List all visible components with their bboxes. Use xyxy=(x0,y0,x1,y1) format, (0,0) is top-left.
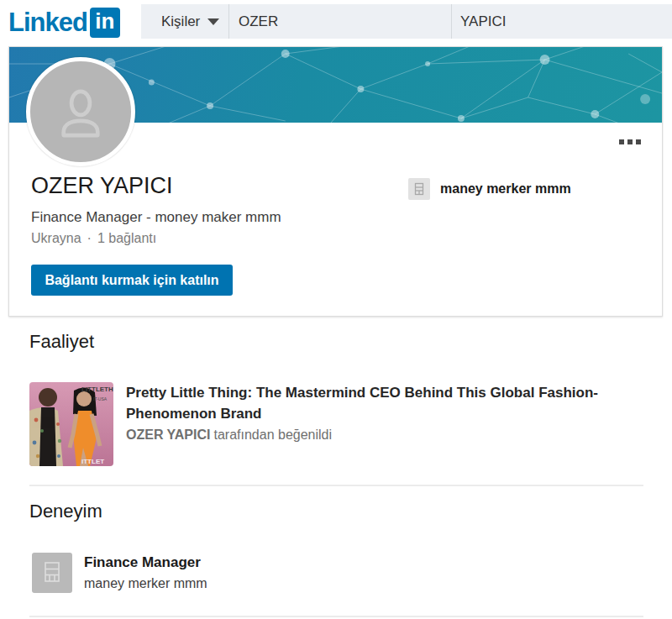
article-social-proof: OZER YAPICItarafından beğenildi xyxy=(126,428,332,443)
profile-name: OZER YAPICI xyxy=(31,173,173,199)
search-scope-label: Kişiler xyxy=(161,13,200,30)
activity-section-title: Faaliyet xyxy=(29,331,94,353)
profile-location-line: Ukrayna·1 bağlantı xyxy=(31,231,156,246)
svg-text:ITTLET: ITTLET xyxy=(81,458,104,465)
current-company-row[interactable]: maney merker mmm xyxy=(408,178,571,200)
search-last-name-input[interactable] xyxy=(460,4,666,39)
experience-role: Finance Manager xyxy=(84,554,207,571)
search-bar: Kişiler xyxy=(141,4,672,39)
building-icon xyxy=(413,182,425,196)
liked-by-name: OZER YAPICI xyxy=(126,428,210,442)
search-first-name-input[interactable] xyxy=(239,4,444,39)
profile-top-card: OZER YAPICI Finance Manager - money make… xyxy=(8,46,663,317)
join-to-connect-button[interactable]: Bağlantı kurmak için katılın xyxy=(31,265,233,296)
search-divider xyxy=(228,4,229,39)
svg-text:IT-USA: IT-USA xyxy=(93,396,108,401)
top-navbar: Linked in Kişiler xyxy=(0,0,672,46)
experience-company: maney merker mmm xyxy=(84,576,207,591)
experience-section-title: Deneyim xyxy=(29,501,102,522)
linkedin-in-badge: in xyxy=(90,8,120,38)
experience-item[interactable]: Finance Manager maney merker mmm xyxy=(32,553,207,593)
section-divider xyxy=(29,616,643,617)
separator-dot: · xyxy=(87,231,92,245)
liked-suffix: tarafından beğenildi xyxy=(213,428,332,442)
profile-connections[interactable]: 1 bağlantı xyxy=(97,231,156,245)
search-divider xyxy=(451,4,452,39)
linkedin-guest-profile-page: Linked in Kişiler xyxy=(0,0,672,619)
profile-location: Ukrayna xyxy=(31,231,81,245)
linkedin-logo-text: Linked xyxy=(8,8,87,38)
search-scope-dropdown[interactable]: Kişiler xyxy=(161,4,219,39)
chevron-down-icon xyxy=(207,18,219,25)
current-company-name: maney merker mmm xyxy=(440,181,571,197)
experience-company-icon xyxy=(32,553,72,593)
article-photo-graphic: LITTLETH IT-USA ITTLET xyxy=(29,382,113,466)
ghost-person-icon xyxy=(48,79,113,144)
company-icon xyxy=(408,178,430,200)
section-divider xyxy=(29,485,643,486)
svg-text:LITTLETH: LITTLETH xyxy=(81,386,113,393)
article-image[interactable]: LITTLETH IT-USA ITTLET xyxy=(29,382,113,466)
linkedin-logo[interactable]: Linked in xyxy=(8,8,120,38)
profile-headline: Finance Manager - money maker mmm xyxy=(31,209,281,226)
ellipsis-icon[interactable] xyxy=(619,139,641,144)
building-icon xyxy=(43,561,61,585)
profile-avatar xyxy=(26,57,135,166)
article-headline[interactable]: Pretty Little Thing: The Mastermind CEO … xyxy=(126,382,647,424)
